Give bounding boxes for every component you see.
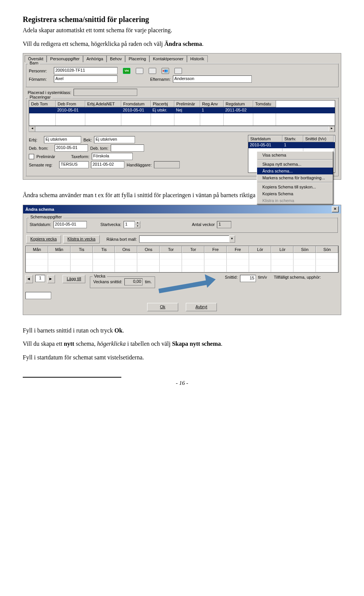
placering-row-selected[interactable]: 2010-05-01 2010-05-01 Ej utskr. Nej 1 20… — [29, 107, 335, 113]
field-senaste-user[interactable]: TERSUS — [59, 161, 89, 168]
checkbox-preliminar[interactable] — [29, 154, 34, 159]
tab-kontaktpersoner[interactable]: Kontaktpersoner — [149, 55, 187, 62]
col-fromdatum[interactable]: Fromdatum — [121, 100, 151, 107]
lbl-efternamn: Efternamn: — [150, 77, 171, 82]
col-startdatum[interactable]: Startdatum — [248, 135, 282, 142]
menu-markera-borttagning[interactable]: Markera schema för borttagning... — [257, 174, 333, 181]
lbl-tim: tim. — [145, 279, 152, 284]
cell-regdatum: 2011-05-02 — [224, 107, 253, 113]
col-sun-2: Sön — [316, 246, 338, 253]
new-b: nytt — [64, 340, 74, 347]
field-debfrom[interactable]: 2010-05-01 — [55, 144, 88, 152]
andra-schema-dialog: Ändra schema ✕ Schemauppgifter Startdatu… — [23, 205, 341, 315]
chevron-down-icon[interactable]: ▼ — [229, 235, 235, 243]
field-fornamn[interactable]: Axel — [54, 75, 118, 83]
lbl-handlaggare: Handläggare: — [127, 163, 152, 167]
col-regdatum[interactable]: Regdatum — [224, 100, 253, 107]
col-erbj-adelanet[interactable]: Erbj.AdelaNET — [85, 100, 121, 107]
field-taxeform[interactable]: Förskola — [92, 153, 133, 160]
new-e: i tabellen och välj — [126, 340, 172, 347]
col-fri-2: Fre — [227, 246, 249, 253]
scroll-left-icon[interactable]: ◄ — [29, 126, 35, 132]
lbl-systemklass: Placerad i systemklass: — [28, 90, 71, 95]
close-icon[interactable]: ✕ — [332, 206, 339, 212]
col-debtom[interactable]: Deb Tom — [29, 100, 56, 107]
spin-up-icon[interactable]: ▲ — [135, 221, 140, 225]
lagg-till-button[interactable]: Lägg till — [63, 275, 85, 283]
placeringar-grid[interactable]: Deb Tom Deb From Erbj.AdelaNET Fromdatum… — [29, 100, 335, 126]
field-bek[interactable]: Ej utskriven — [94, 136, 135, 143]
week-grid[interactable]: Mån Mån Tis Tis Ons Ons Tor Tor Fre Fre … — [25, 246, 339, 273]
menu-andra-schema[interactable]: Ändra schema... — [257, 168, 333, 174]
field-tillfalligt-upphord[interactable] — [25, 292, 51, 299]
lbl-rakna-bort: Räkna bort mall: — [107, 237, 137, 242]
menu-klistra-in-schema: Klistra in schema — [257, 197, 333, 204]
vh-badge-icon: VH — [123, 68, 130, 74]
field-page[interactable]: 1 — [35, 275, 45, 282]
new-a: Vill du skapa ett — [23, 340, 64, 347]
dialog-title: Ändra schema — [25, 207, 54, 212]
field-debtom[interactable] — [111, 144, 144, 152]
field-efternamn[interactable]: Andersson — [173, 75, 252, 83]
new-schema-para: Vill du skapa ett nytt schema, högerklic… — [23, 340, 341, 348]
col-placerbj[interactable]: Placerbj — [151, 100, 174, 107]
col-preliminar[interactable]: Preliminär — [174, 100, 200, 107]
tab-behov[interactable]: Behov — [107, 55, 125, 62]
kopiera-vecka-button[interactable]: Kopiera vecka — [26, 235, 61, 243]
tab-anhoriga[interactable]: Anhöriga — [83, 55, 107, 62]
scroll-right-icon[interactable]: ► — [329, 126, 335, 132]
tab-placering[interactable]: Placering — [125, 55, 149, 62]
cell-fromdatum: 2010-05-01 — [121, 107, 151, 113]
menu-skapa-nytt-schema[interactable]: Skapa nytt schema... — [257, 161, 333, 168]
field-personnr[interactable]: 20091028-TF11 — [54, 67, 118, 74]
tab-historik[interactable]: Historik — [187, 55, 208, 62]
grid-scrollbar[interactable]: ◄ ► — [29, 126, 335, 132]
col-thu-1: Tor — [160, 246, 182, 253]
col-tue-1: Tis — [71, 246, 93, 253]
klistra-vecka-button[interactable]: Klistra in vecka — [63, 235, 100, 243]
ok-button[interactable]: Ok — [147, 303, 178, 311]
col-tomdatum[interactable]: Tomdatu — [253, 100, 276, 107]
schedule-row[interactable]: 2010-05-01 1 — [248, 142, 335, 148]
field-senaste-date[interactable]: 2011-05-02 — [91, 161, 124, 168]
spinner-startvecka[interactable]: 1 ▲▼ — [124, 221, 140, 228]
lbl-timv: tim/v — [258, 275, 267, 279]
dropdown-rakna-bort[interactable]: ▼ — [139, 235, 235, 243]
heading: Registrera schema/snittid för placering — [23, 15, 341, 24]
dialog-titlebar: Ändra schema ✕ — [23, 205, 341, 213]
field-startdatum[interactable]: 2010-05-01 — [53, 221, 87, 228]
menu-visa-schema[interactable]: Visa schema — [257, 152, 333, 158]
field-snittid[interactable]: 15 — [240, 275, 256, 282]
placering-row-empty[interactable] — [29, 119, 335, 125]
week-row[interactable] — [26, 253, 338, 259]
group-schemauppgifter: Schemauppgifter Startdatum: 2010-05-01 S… — [26, 217, 338, 233]
col-reganv[interactable]: Reg Anv — [200, 100, 224, 107]
menu-kopiera-schema[interactable]: Kopiera Schema — [257, 190, 333, 197]
page-prev-button[interactable]: ◄ — [25, 275, 33, 283]
field-rakna-bort[interactable] — [139, 235, 229, 243]
new-c: schema, — [74, 340, 97, 347]
week-row[interactable] — [26, 259, 338, 266]
field-antal-veckor: 1 — [217, 221, 231, 228]
placering-row-empty[interactable] — [29, 113, 335, 119]
cell-debfrom: 2010-05-01 — [56, 107, 85, 113]
group-placeringar-title: Placeringar — [28, 95, 52, 99]
fill-c: . — [122, 327, 124, 334]
field-startvecka[interactable]: 1 — [124, 221, 135, 228]
intro2-a: Vill du redigera ett schema, högerklicka… — [23, 41, 165, 47]
col-debfrom[interactable]: Deb From — [56, 100, 85, 107]
intro2-b: Ändra schema — [165, 41, 202, 47]
field-erbj[interactable]: Ej utskriven — [44, 136, 81, 143]
schema-context-menu: Visa schema Skapa nytt schema... Ändra s… — [257, 151, 333, 204]
avbryt-button[interactable]: Avbryt — [186, 303, 217, 311]
menu-kopiera-syskon[interactable]: Kopiera Schema till syskon... — [257, 184, 333, 190]
cell-sd: 2010-05-01 — [248, 142, 282, 148]
tab-personuppgifter[interactable]: Personuppgifter — [47, 55, 83, 62]
cell-reganv: 1 — [200, 107, 224, 113]
spin-down-icon[interactable]: ▼ — [135, 224, 140, 228]
col-startv[interactable]: Startv. — [282, 135, 303, 142]
status-icon-2 — [174, 68, 182, 74]
week-row[interactable] — [26, 266, 338, 272]
page-next-button[interactable]: ► — [47, 275, 55, 283]
col-snittid[interactable]: Snittid (h/v) — [303, 135, 334, 142]
